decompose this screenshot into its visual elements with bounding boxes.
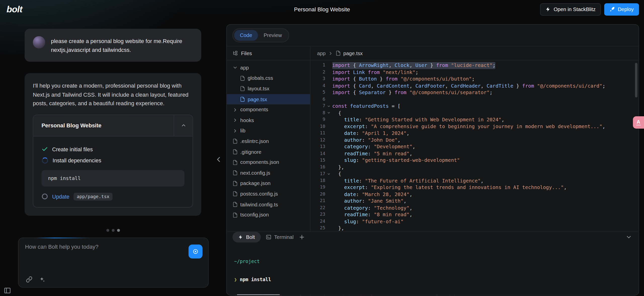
fold-gutter: [325, 137, 332, 143]
tree-file-next.config.js[interactable]: next.config.js: [227, 168, 310, 178]
file-label: tsconfig.json: [240, 212, 269, 218]
terminal-section: Bolt Terminal ~/project ❯ npm install: [227, 231, 639, 295]
terminal-tab-label: Terminal: [274, 234, 294, 240]
code-line[interactable]: 18 title: "The Future of Artificial Inte…: [310, 177, 638, 184]
plus-icon[interactable]: [299, 234, 305, 240]
tree-file-components.json[interactable]: components.json: [227, 157, 310, 168]
terminal-icon: [266, 234, 271, 240]
topbar: bolt Personal Blog Website Open in Stack…: [0, 0, 644, 18]
code-line[interactable]: 17 {: [310, 171, 638, 177]
tab-preview[interactable]: Preview: [258, 30, 288, 41]
chevron-left-icon[interactable]: [214, 155, 223, 164]
code-line[interactable]: 11 date: "April 1, 2024",: [310, 130, 638, 137]
chevron-right-icon: [232, 118, 238, 123]
terminal-output[interactable]: ~/project ❯ npm install [███████████████…: [227, 242, 639, 295]
file-icon: [240, 97, 245, 102]
translate-extension-badge[interactable]: A: [633, 116, 644, 129]
chevron-down-icon[interactable]: [626, 234, 632, 240]
file-icon: [232, 160, 238, 165]
fold-gutter: [325, 164, 332, 171]
tab-code[interactable]: Code: [234, 30, 258, 41]
chat-input[interactable]: [25, 244, 184, 269]
tree-file-tsconfig.json[interactable]: tsconfig.json: [227, 210, 310, 220]
tree-file-tailwind.config.ts[interactable]: tailwind.config.ts: [227, 199, 310, 210]
code-line[interactable]: 6: [310, 96, 638, 103]
code-line[interactable]: 2import Link from "next/link";: [310, 69, 638, 76]
dot[interactable]: [106, 229, 109, 232]
tree-file-globals.css[interactable]: globals.css: [227, 73, 310, 84]
code-text: },: [332, 164, 344, 171]
files-tree-icon: [232, 51, 238, 56]
breadcrumb-file[interactable]: page.tsx: [343, 50, 363, 56]
code-line[interactable]: 7const featuredPosts = [: [310, 103, 638, 109]
fold-gutter: [325, 218, 332, 225]
tree-file-.gitignore[interactable]: .gitignore: [227, 146, 310, 157]
terminal-tab[interactable]: Terminal: [266, 234, 294, 240]
breadcrumb-folder[interactable]: app: [317, 50, 326, 56]
code-line[interactable]: 5import { Separator } from "@/components…: [310, 89, 638, 96]
code-line[interactable]: 21 author: "Jane Smith",: [310, 198, 638, 204]
code-text: date: "March 28, 2024",: [332, 191, 413, 198]
tree-file-.eslintrc.json[interactable]: .eslintrc.json: [227, 136, 310, 147]
code-line[interactable]: 8 {: [310, 109, 638, 116]
tree-file-layout.tsx[interactable]: layout.tsx: [227, 84, 310, 94]
lightning-icon: [238, 235, 243, 240]
code-line[interactable]: 19 excerpt: "Exploring the latest trends…: [310, 184, 638, 191]
bolt-logo[interactable]: bolt: [7, 4, 22, 15]
open-stackblitz-button[interactable]: Open in StackBlitz: [540, 3, 601, 15]
step-label: Install dependencies: [53, 157, 101, 163]
file-label: globals.css: [248, 75, 273, 81]
panel-toggle-icon[interactable]: [4, 287, 11, 294]
file-icon: [232, 181, 238, 186]
code-line[interactable]: 23 readTime: "8 min read",: [310, 211, 638, 218]
workbench-subheader: Files app page.tsx: [227, 46, 639, 60]
bolt-terminal-tab[interactable]: Bolt: [232, 232, 261, 242]
code-text: readTime: "5 min read",: [332, 150, 413, 157]
code-line[interactable]: 14 readTime: "5 min read",: [310, 150, 638, 157]
chevron-right-icon: [232, 128, 238, 133]
tree-folder-hooks[interactable]: hooks: [227, 115, 310, 126]
code-text: title: "The Future of Artificial Intelli…: [332, 177, 484, 184]
editor-scrollbar[interactable]: [635, 63, 637, 97]
code-line[interactable]: 3import { Button } from "@/components/ui…: [310, 76, 638, 82]
code-line[interactable]: 25 },: [310, 225, 638, 231]
code-line[interactable]: 4import { Card, CardContent, CardFooter,…: [310, 82, 638, 89]
tree-file-postcss.config.js[interactable]: postcss.config.js: [227, 189, 310, 199]
code-line[interactable]: 10 excerpt: "A comprehensive guide to be…: [310, 123, 638, 130]
tree-folder-lib[interactable]: lib: [227, 126, 310, 136]
chat-panel: please create a personal blog website fo…: [0, 18, 226, 296]
tree-file-package.json[interactable]: package.json: [227, 178, 310, 189]
code-line[interactable]: 9 title: "Getting Started with Web Devel…: [310, 116, 638, 123]
code-editor[interactable]: 1import { ArrowRight, Clock, User } from…: [310, 60, 638, 231]
code-line[interactable]: 24 slug: "future-of-ai": [310, 218, 638, 225]
artifact-header[interactable]: Personal Blog Website: [33, 115, 192, 136]
deploy-button[interactable]: Deploy: [604, 3, 639, 15]
code-line[interactable]: 20 date: "March 28, 2024",: [310, 191, 638, 198]
collapse-artifact-button[interactable]: [174, 115, 193, 136]
view-toggle-row: Code Preview: [227, 25, 639, 47]
send-button[interactable]: [188, 244, 203, 258]
fold-chevron-icon[interactable]: [325, 109, 332, 116]
update-file-chip[interactable]: app/page.tsx: [73, 193, 113, 200]
tree-folder-app[interactable]: app: [227, 62, 310, 73]
code-line[interactable]: 15 slug: "getting-started-web-developmen…: [310, 157, 638, 164]
sparkles-icon[interactable]: [38, 276, 45, 283]
tree-folder-components[interactable]: components: [227, 104, 310, 115]
dot[interactable]: [112, 229, 114, 232]
dot[interactable]: [117, 229, 120, 232]
code-line[interactable]: 12 author: "John Doe",: [310, 137, 638, 143]
code-line[interactable]: 16 },: [310, 164, 638, 171]
code-line[interactable]: 1import { ArrowRight, Clock, User } from…: [310, 62, 638, 69]
code-text: import { Separator } from "@/components/…: [332, 89, 493, 96]
code-text: excerpt: "A comprehensive guide to begin…: [332, 123, 605, 130]
code-text: import { Button } from "@/components/ui/…: [332, 76, 475, 82]
code-line[interactable]: 13 category: "Development",: [310, 143, 638, 150]
line-number: 5: [310, 89, 325, 96]
tree-file-page.tsx[interactable]: page.tsx: [227, 94, 310, 105]
fold-chevron-icon[interactable]: [325, 171, 332, 177]
file-label: page.tsx: [248, 96, 267, 102]
file-label: components: [240, 107, 268, 113]
link-icon[interactable]: [26, 276, 32, 283]
fold-chevron-icon[interactable]: [325, 103, 332, 109]
code-line[interactable]: 22 category: "Technology",: [310, 204, 638, 211]
